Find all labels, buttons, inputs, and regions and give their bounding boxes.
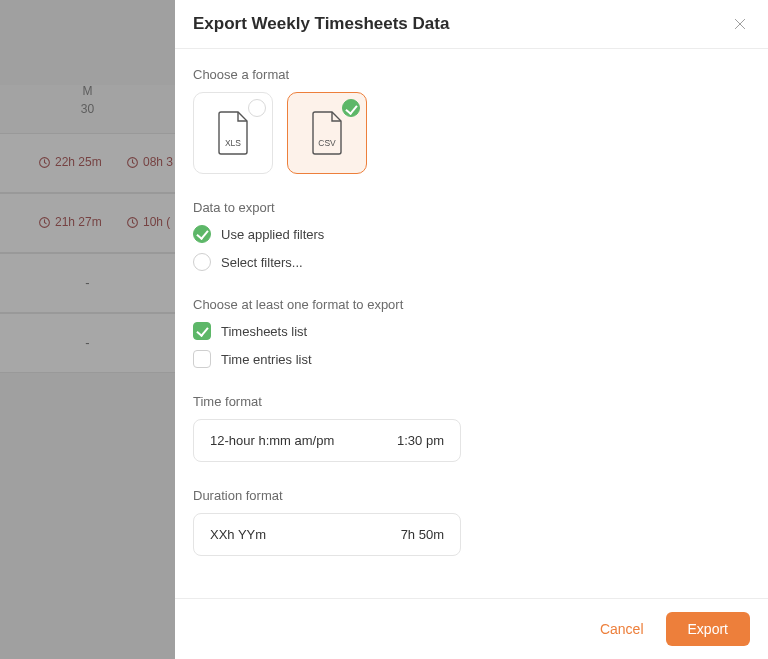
radio-label: Use applied filters (221, 227, 324, 242)
file-csv-icon: CSV (309, 110, 345, 156)
checkbox-label: Timesheets list (221, 324, 307, 339)
export-modal: Export Weekly Timesheets Data Choose a f… (175, 0, 768, 659)
modal-title: Export Weekly Timesheets Data (193, 14, 449, 34)
radio-indicator (342, 99, 360, 117)
duration-format-pattern: XXh YYm (210, 527, 266, 542)
svg-text:CSV: CSV (318, 138, 336, 148)
radio-label: Select filters... (221, 255, 303, 270)
radio-use-applied-filters[interactable]: Use applied filters (193, 225, 750, 243)
checkbox-indicator (193, 322, 211, 340)
time-format-pattern: 12-hour h:mm am/pm (210, 433, 334, 448)
modal-body: Choose a format XLS CSV Data to export (175, 49, 768, 598)
time-format-select[interactable]: 12-hour h:mm am/pm 1:30 pm (193, 419, 461, 462)
checkbox-label: Time entries list (221, 352, 312, 367)
duration-format-label: Duration format (193, 488, 750, 503)
format-section-label: Choose a format (193, 67, 750, 82)
radio-indicator (193, 253, 211, 271)
radio-indicator (248, 99, 266, 117)
data-section-label: Data to export (193, 200, 750, 215)
checkbox-indicator (193, 350, 211, 368)
content-check-group: Timesheets list Time entries list (193, 322, 750, 368)
close-icon (732, 16, 748, 32)
file-xls-icon: XLS (215, 110, 251, 156)
duration-format-select[interactable]: XXh YYm 7h 50m (193, 513, 461, 556)
radio-select-filters[interactable]: Select filters... (193, 253, 750, 271)
checkbox-timesheets-list[interactable]: Timesheets list (193, 322, 750, 340)
svg-text:XLS: XLS (225, 138, 241, 148)
content-section-label: Choose at least one format to export (193, 297, 750, 312)
modal-footer: Cancel Export (175, 598, 768, 659)
checkbox-time-entries-list[interactable]: Time entries list (193, 350, 750, 368)
export-button[interactable]: Export (666, 612, 750, 646)
duration-format-example: 7h 50m (401, 527, 444, 542)
format-option-xls[interactable]: XLS (193, 92, 273, 174)
modal-header: Export Weekly Timesheets Data (175, 0, 768, 49)
format-row: XLS CSV (193, 92, 750, 174)
format-option-csv[interactable]: CSV (287, 92, 367, 174)
time-format-label: Time format (193, 394, 750, 409)
radio-indicator (193, 225, 211, 243)
time-format-example: 1:30 pm (397, 433, 444, 448)
data-radio-group: Use applied filters Select filters... (193, 225, 750, 271)
close-button[interactable] (730, 14, 750, 34)
cancel-button[interactable]: Cancel (596, 613, 648, 645)
